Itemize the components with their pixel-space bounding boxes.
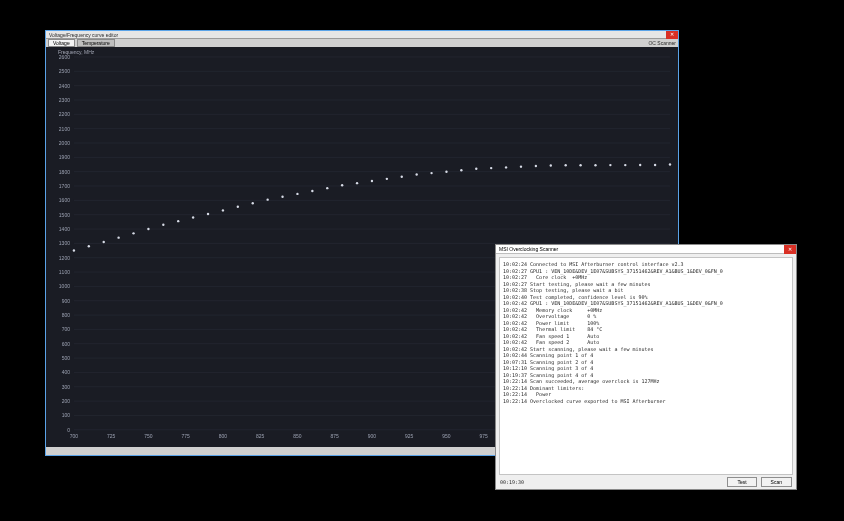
scanner-titlebar[interactable]: MSI Overclocking Scanner ✕	[496, 245, 796, 254]
svg-point-81	[222, 209, 224, 211]
svg-point-85	[281, 196, 283, 198]
svg-text:900: 900	[62, 298, 71, 304]
svg-point-76	[147, 228, 149, 230]
svg-text:825: 825	[256, 433, 265, 439]
svg-point-103	[550, 164, 552, 166]
svg-text:1900: 1900	[59, 154, 70, 160]
svg-text:700: 700	[62, 326, 71, 332]
tab-voltage[interactable]: Voltage	[48, 39, 75, 47]
oc-scanner-link[interactable]: OC Scanner	[648, 40, 676, 46]
svg-point-101	[520, 165, 522, 167]
svg-text:2400: 2400	[59, 83, 70, 89]
svg-point-82	[237, 206, 239, 208]
svg-text:700: 700	[70, 433, 79, 439]
scanner-bottom-bar: 00:19:30 Test Scan	[496, 475, 796, 489]
svg-text:1700: 1700	[59, 183, 70, 189]
svg-point-107	[609, 164, 611, 166]
svg-text:2200: 2200	[59, 111, 70, 117]
svg-point-86	[296, 193, 298, 195]
scanner-title: MSI Overclocking Scanner	[499, 246, 558, 252]
svg-point-74	[117, 236, 119, 238]
svg-text:850: 850	[293, 433, 302, 439]
svg-point-98	[475, 168, 477, 170]
scanner-elapsed-time: 00:19:30	[500, 479, 524, 485]
svg-text:2300: 2300	[59, 97, 70, 103]
svg-point-104	[564, 164, 566, 166]
scanner-log[interactable]: 10:02:24 Connected to MSI Afterburner co…	[499, 257, 793, 475]
svg-point-96	[445, 170, 447, 172]
svg-point-84	[266, 198, 268, 200]
scan-button[interactable]: Scan	[761, 477, 792, 487]
svg-text:925: 925	[405, 433, 414, 439]
svg-point-73	[103, 241, 105, 243]
svg-point-100	[505, 166, 507, 168]
svg-text:1200: 1200	[59, 255, 70, 261]
svg-text:875: 875	[331, 433, 340, 439]
svg-point-109	[639, 164, 641, 166]
svg-text:2000: 2000	[59, 140, 70, 146]
svg-point-106	[594, 164, 596, 166]
svg-text:900: 900	[368, 433, 377, 439]
svg-point-110	[654, 164, 656, 166]
svg-point-102	[535, 165, 537, 167]
curve-editor-toolbar: Voltage Temperature OC Scanner	[46, 39, 678, 47]
curve-editor-title: Voltage/Frequency curve editor	[49, 32, 118, 38]
svg-text:500: 500	[62, 355, 71, 361]
svg-text:800: 800	[62, 312, 71, 318]
svg-point-87	[311, 190, 313, 192]
svg-text:2100: 2100	[59, 126, 70, 132]
svg-point-105	[579, 164, 581, 166]
curve-editor-titlebar[interactable]: Voltage/Frequency curve editor ✕	[46, 31, 678, 39]
svg-text:1800: 1800	[59, 169, 70, 175]
svg-text:1600: 1600	[59, 197, 70, 203]
svg-point-90	[356, 182, 358, 184]
svg-point-108	[624, 164, 626, 166]
svg-point-88	[326, 187, 328, 189]
svg-point-94	[415, 173, 417, 175]
svg-point-91	[371, 180, 373, 182]
svg-text:725: 725	[107, 433, 116, 439]
svg-point-111	[669, 163, 671, 165]
svg-text:100: 100	[62, 412, 71, 418]
svg-text:2500: 2500	[59, 68, 70, 74]
svg-point-77	[162, 224, 164, 226]
svg-text:1000: 1000	[59, 283, 70, 289]
svg-text:800: 800	[219, 433, 228, 439]
svg-point-97	[460, 169, 462, 171]
svg-point-80	[207, 213, 209, 215]
svg-point-75	[132, 232, 134, 234]
svg-point-99	[490, 167, 492, 169]
scanner-window: MSI Overclocking Scanner ✕ 10:02:24 Conn…	[495, 244, 797, 490]
svg-text:200: 200	[62, 398, 71, 404]
close-icon[interactable]: ✕	[666, 31, 678, 39]
svg-text:1400: 1400	[59, 226, 70, 232]
svg-text:2600: 2600	[59, 54, 70, 60]
svg-text:300: 300	[62, 384, 71, 390]
svg-text:1300: 1300	[59, 240, 70, 246]
svg-point-83	[252, 202, 254, 204]
svg-point-92	[386, 178, 388, 180]
close-icon[interactable]: ✕	[784, 245, 796, 254]
svg-point-72	[88, 245, 90, 247]
tab-temperature[interactable]: Temperature	[77, 39, 115, 47]
svg-point-71	[73, 249, 75, 251]
svg-point-95	[430, 172, 432, 174]
svg-text:950: 950	[442, 433, 451, 439]
svg-text:775: 775	[182, 433, 191, 439]
svg-point-89	[341, 184, 343, 186]
test-button[interactable]: Test	[727, 477, 756, 487]
svg-point-78	[177, 220, 179, 222]
svg-text:1500: 1500	[59, 212, 70, 218]
svg-text:400: 400	[62, 369, 71, 375]
svg-text:1100: 1100	[59, 269, 70, 275]
svg-text:600: 600	[62, 341, 71, 347]
svg-point-93	[401, 176, 403, 178]
svg-text:975: 975	[480, 433, 489, 439]
svg-point-79	[192, 216, 194, 218]
svg-text:750: 750	[144, 433, 153, 439]
